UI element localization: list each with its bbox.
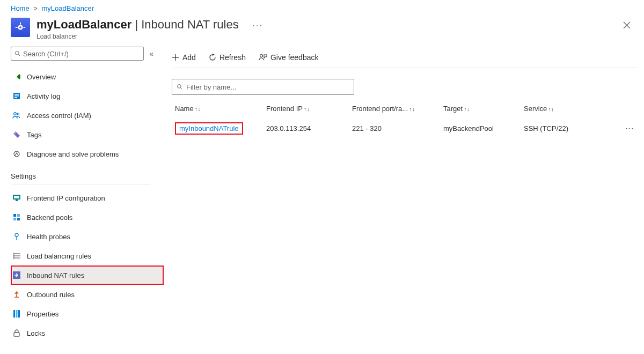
feedback-label: Give feedback (270, 53, 319, 62)
sidebar-item-label: Access control (IAM) (27, 112, 91, 120)
sidebar-item-label: Backend pools (27, 213, 72, 222)
main-panel: Add Refresh Give feedback Filter by name… (161, 47, 644, 352)
add-button[interactable]: Add (172, 53, 196, 62)
filter-placeholder: Filter by name... (186, 83, 236, 91)
sidebar-item-label: Outbound rules (27, 291, 75, 299)
resource-type-label: Load balancer (36, 33, 263, 40)
refresh-button[interactable]: Refresh (209, 53, 246, 62)
load-balancer-icon (11, 18, 30, 37)
col-service[interactable]: Service↑↓ (521, 100, 601, 117)
diagnose-icon (12, 149, 21, 159)
svg-rect-39 (14, 333, 19, 336)
svg-rect-24 (17, 218, 20, 220)
svg-point-25 (15, 233, 18, 237)
search-icon (177, 84, 183, 90)
sidebar-item-label: Load balancing rules (27, 252, 91, 260)
svg-rect-12 (14, 95, 19, 97)
breadcrumb-current[interactable]: myLoadBalancer (42, 4, 94, 12)
close-button[interactable] (620, 19, 633, 32)
svg-rect-23 (13, 218, 16, 220)
lb-rules-icon (12, 251, 21, 261)
sort-icon: ↑↓ (409, 106, 415, 112)
sidebar-item-tags[interactable]: Tags (11, 125, 161, 144)
svg-rect-11 (14, 94, 19, 95)
col-name[interactable]: Name↑↓ (172, 100, 263, 117)
refresh-icon (209, 54, 216, 61)
cell-frontend-ip: 203.0.113.254 (263, 117, 349, 140)
outbound-rules-icon (12, 290, 21, 299)
breadcrumb-sep: > (33, 4, 38, 12)
row-more-button[interactable]: ··· (601, 117, 638, 140)
sidebar-item-label: Diagnose and solve problems (27, 150, 119, 158)
svg-point-7 (16, 51, 19, 55)
inbound-nat-icon (12, 270, 21, 280)
sidebar-item-diagnose[interactable]: Diagnose and solve problems (11, 144, 161, 164)
sidebar-item-overview[interactable]: Overview (11, 67, 161, 86)
sidebar-item-health-probes[interactable]: Health probes (11, 227, 161, 246)
breadcrumb-home[interactable]: Home (11, 4, 30, 12)
toolbar: Add Refresh Give feedback (172, 47, 638, 68)
refresh-label: Refresh (219, 53, 246, 62)
svg-point-29 (13, 255, 15, 257)
svg-rect-38 (18, 310, 20, 318)
collapse-sidebar-button[interactable]: « (149, 49, 153, 58)
settings-group-label: Settings (11, 172, 161, 180)
svg-rect-2 (16, 27, 18, 28)
col-target[interactable]: Target↑↓ (440, 100, 521, 117)
add-label: Add (182, 53, 196, 62)
svg-point-42 (260, 54, 262, 57)
sidebar-item-access-control[interactable]: Access control (IAM) (11, 106, 161, 125)
cell-target: myBackendPool (440, 117, 521, 140)
sidebar-item-properties[interactable]: Properties (11, 304, 161, 323)
frontend-ip-icon (12, 193, 21, 203)
sidebar-item-label: Health probes (27, 233, 70, 241)
breadcrumb: Home > myLoadBalancer (0, 0, 644, 14)
activity-log-icon (12, 91, 21, 101)
svg-point-16 (14, 132, 16, 134)
page-header: myLoadBalancer | Inbound NAT rules ··· L… (0, 14, 644, 47)
locks-icon (12, 328, 21, 338)
sort-icon: ↑↓ (464, 106, 470, 112)
table-row: myInboundNATrule 203.0.113.254 221 - 320… (172, 117, 638, 140)
col-frontend-port[interactable]: Frontend port/ra...↑↓ (349, 100, 440, 117)
sidebar-item-inbound-nat[interactable]: Inbound NAT rules (11, 266, 164, 285)
tags-icon (12, 130, 21, 139)
access-control-icon (12, 110, 21, 120)
svg-point-27 (13, 253, 15, 255)
properties-icon (12, 309, 21, 319)
title-more-button[interactable]: ··· (252, 21, 262, 30)
divider (11, 185, 150, 185)
sidebar-item-locks[interactable]: Locks (11, 323, 161, 343)
health-probes-icon (12, 232, 21, 241)
svg-point-17 (14, 151, 19, 157)
svg-rect-20 (16, 200, 18, 201)
sidebar-search-input[interactable]: Search (Ctrl+/) (11, 47, 144, 61)
plus-icon (172, 54, 179, 61)
svg-line-44 (181, 88, 182, 90)
cell-service: SSH (TCP/22) (521, 117, 601, 140)
sidebar-item-frontend-ip[interactable]: Frontend IP configuration (11, 188, 161, 208)
cell-frontend-port: 221 - 320 (349, 117, 440, 140)
page-title: myLoadBalancer | Inbound NAT rules ··· (36, 18, 263, 32)
sort-icon: ↑↓ (548, 106, 554, 112)
sidebar-item-label: Overview (27, 73, 56, 81)
sidebar-item-activity-log[interactable]: Activity log (11, 86, 161, 106)
svg-rect-37 (16, 310, 18, 318)
sidebar: Search (Ctrl+/) « Overview Activity log … (0, 47, 161, 352)
svg-rect-4 (20, 23, 21, 25)
search-icon (14, 50, 21, 57)
feedback-button[interactable]: Give feedback (259, 53, 319, 62)
col-frontend-ip[interactable]: Frontend IP↑↓ (263, 100, 349, 117)
sort-icon: ↑↓ (195, 106, 201, 112)
backend-pools-icon (12, 212, 21, 222)
rule-name-link[interactable]: myInboundNATrule (175, 122, 243, 135)
sidebar-item-outbound-rules[interactable]: Outbound rules (11, 285, 161, 304)
svg-rect-19 (14, 196, 19, 198)
filter-input[interactable]: Filter by name... (172, 79, 354, 95)
sidebar-item-backend-pools[interactable]: Backend pools (11, 208, 161, 227)
overview-icon (12, 72, 21, 82)
svg-point-14 (14, 113, 17, 115)
sidebar-item-label: Tags (27, 131, 41, 139)
sidebar-item-lb-rules[interactable]: Load balancing rules (11, 246, 161, 266)
svg-point-43 (178, 85, 181, 88)
